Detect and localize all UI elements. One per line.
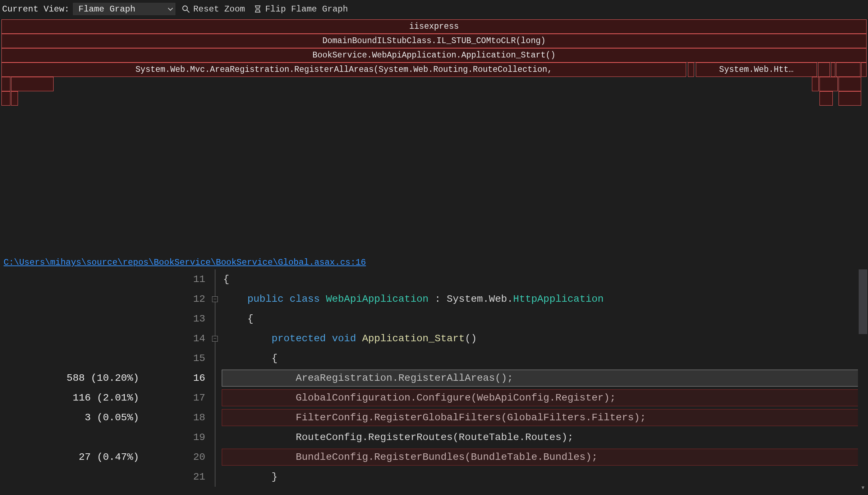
fold-cell xyxy=(210,427,220,447)
reset-zoom-label: Reset Zoom xyxy=(193,4,245,14)
fold-gutter: −− xyxy=(210,269,220,491)
flame-frame[interactable] xyxy=(831,63,835,77)
cost-value xyxy=(0,269,142,289)
file-path-link[interactable]: C:\Users\mihays\source\repos\BookService… xyxy=(0,255,868,269)
svg-line-1 xyxy=(187,10,189,13)
code-line[interactable]: protected void Application_Start() xyxy=(220,329,868,348)
flame-frame[interactable] xyxy=(812,77,819,91)
flame-frame[interactable] xyxy=(819,77,838,91)
flame-frame[interactable] xyxy=(1,91,10,106)
scroll-down-arrow[interactable]: ▼ xyxy=(858,484,868,491)
code-line[interactable]: { xyxy=(220,348,868,368)
code-line[interactable]: { xyxy=(220,309,868,329)
flip-label: Flip Flame Graph xyxy=(265,4,348,14)
flame-frame[interactable]: iisexpress xyxy=(1,19,866,34)
cost-value xyxy=(0,427,142,447)
flame-frame[interactable] xyxy=(839,77,861,91)
line-number: 11 xyxy=(142,269,210,289)
reset-zoom-button[interactable]: Reset Zoom xyxy=(179,4,247,14)
code-area: 588 (10.20%)116 (2.01%)3 (0.05%)27 (0.47… xyxy=(0,269,868,491)
cost-value xyxy=(0,289,142,309)
cost-value xyxy=(0,467,142,487)
line-number: 14 xyxy=(142,329,210,348)
fold-toggle-icon[interactable]: − xyxy=(212,296,218,302)
line-number: 21 xyxy=(142,467,210,487)
flame-frame[interactable] xyxy=(688,63,694,77)
flame-frame[interactable]: System.Web.Htt… xyxy=(696,63,817,77)
line-number: 18 xyxy=(142,408,210,427)
fold-cell xyxy=(210,269,220,289)
fold-cell xyxy=(210,368,220,388)
line-number: 13 xyxy=(142,309,210,329)
fold-cell xyxy=(210,388,220,408)
code-line[interactable]: { xyxy=(220,269,868,289)
code-text[interactable]: { public class WebApiApplication : Syste… xyxy=(220,269,868,491)
line-number-gutter: 1112131415161718192021 xyxy=(142,269,210,491)
file-path-text: C:\Users\mihays\source\repos\BookService… xyxy=(4,258,366,267)
flame-frame[interactable] xyxy=(839,91,861,106)
flame-frame[interactable] xyxy=(11,77,54,91)
code-line[interactable]: GlobalConfiguration.Configure(WebApiConf… xyxy=(220,388,868,408)
flame-frame[interactable] xyxy=(861,63,866,77)
cost-value xyxy=(0,329,142,348)
cost-value xyxy=(0,348,142,368)
line-number: 20 xyxy=(142,447,210,467)
flip-flame-button[interactable]: Flip Flame Graph xyxy=(251,4,350,14)
view-select-value: Flame Graph xyxy=(78,4,135,14)
fold-cell xyxy=(210,309,220,329)
flame-frame[interactable] xyxy=(819,91,832,106)
flame-frame[interactable]: BookService.WebApiApplication.Applicatio… xyxy=(1,48,866,63)
cost-value: 588 (10.20%) xyxy=(0,368,142,388)
flame-graph[interactable]: iisexpressDomainBoundILStubClass.IL_STUB… xyxy=(0,18,868,255)
line-number: 12 xyxy=(142,289,210,309)
view-select[interactable]: Flame Graph xyxy=(73,3,175,15)
code-line[interactable]: } xyxy=(220,467,868,487)
code-panel: 1112131415161718192021 −− { public class… xyxy=(142,269,868,491)
flame-frame[interactable] xyxy=(1,77,10,91)
current-view-label: Current View: xyxy=(2,4,69,14)
cost-gutter: 588 (10.20%)116 (2.01%)3 (0.05%)27 (0.47… xyxy=(0,269,142,491)
cost-value: 27 (0.47%) xyxy=(0,447,142,467)
line-number: 17 xyxy=(142,388,210,408)
flame-frame[interactable] xyxy=(11,91,18,106)
line-number: 16 xyxy=(142,368,210,388)
flame-frame[interactable]: System.Web.Mvc.AreaRegistration.Register… xyxy=(1,63,686,77)
line-number: 15 xyxy=(142,348,210,368)
line-number: 19 xyxy=(142,427,210,447)
fold-cell: − xyxy=(210,289,220,309)
fold-cell: − xyxy=(210,329,220,348)
magnifier-icon xyxy=(181,4,190,14)
cost-value: 3 (0.05%) xyxy=(0,408,142,427)
code-line[interactable]: RouteConfig.RegisterRoutes(RouteTable.Ro… xyxy=(220,427,868,447)
fold-cell xyxy=(210,348,220,368)
code-line[interactable]: public class WebApiApplication : System.… xyxy=(220,289,868,309)
cost-value: 116 (2.01%) xyxy=(0,388,142,408)
code-line[interactable]: BundleConfig.RegisterBundles(BundleTable… xyxy=(220,447,868,467)
flip-icon xyxy=(253,4,262,14)
toolbar: Current View: Flame Graph Reset Zoom Fli… xyxy=(0,0,868,18)
flame-frame[interactable] xyxy=(818,63,830,77)
fold-toggle-icon[interactable]: − xyxy=(212,336,218,342)
vertical-scrollbar[interactable]: ▲ ▼ xyxy=(858,269,868,491)
code-line[interactable]: FilterConfig.RegisterGlobalFilters(Globa… xyxy=(220,408,868,427)
fold-cell xyxy=(210,467,220,487)
svg-point-0 xyxy=(183,6,187,10)
fold-cell xyxy=(210,447,220,467)
cost-value xyxy=(0,309,142,329)
code-line[interactable]: AreaRegistration.RegisterAllAreas(); xyxy=(220,368,868,388)
flame-frame[interactable] xyxy=(836,63,860,77)
scrollbar-thumb[interactable] xyxy=(859,269,867,334)
fold-cell xyxy=(210,408,220,427)
flame-frame[interactable]: DomainBoundILStubClass.IL_STUB_COMtoCLR(… xyxy=(1,34,866,48)
chevron-down-icon xyxy=(168,6,173,11)
